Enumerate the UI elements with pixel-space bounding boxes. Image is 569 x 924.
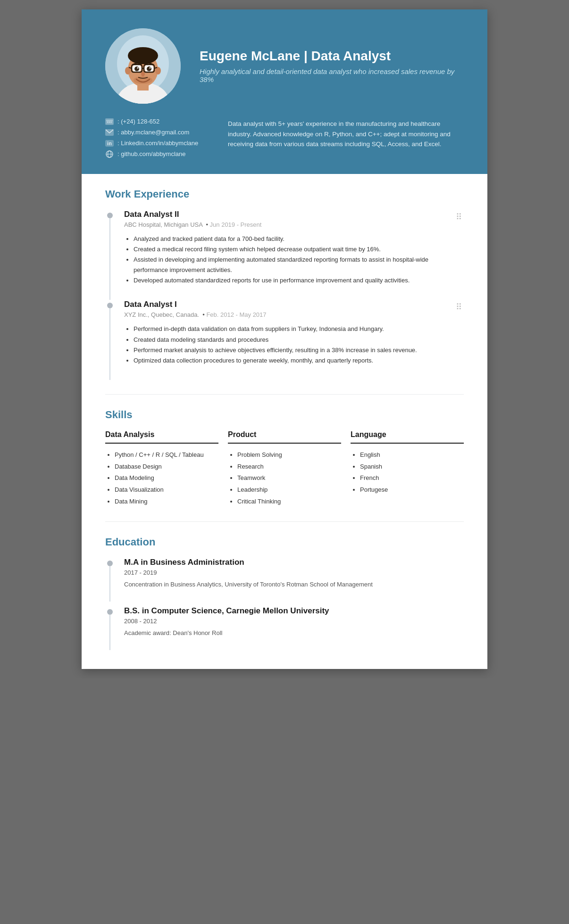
timeline-left-1: [105, 210, 115, 300]
list-item: Assisted in developing and implementing …: [134, 255, 464, 275]
drag-handle-1[interactable]: ⠿: [454, 210, 464, 224]
svg-point-7: [130, 51, 156, 64]
work-experience-title: Work Experience: [105, 188, 464, 200]
header-bottom: : (+24) 128-652 : abby.mclane@gmail.com …: [105, 118, 464, 157]
skills-section: Skills Data Analysis Python / C++ / R / …: [82, 395, 487, 521]
candidate-subtitle: Highly analytical and detail-oriented da…: [200, 67, 464, 83]
timeline-left-2: [105, 300, 115, 380]
edu-degree-1: M.A in Business Administration: [124, 558, 464, 567]
linkedin-icon: in: [105, 140, 114, 147]
edu-content-2: B.S. in Computer Science, Carnegie Mello…: [124, 606, 464, 650]
edu-degree-2: B.S. in Computer Science, Carnegie Mello…: [124, 606, 464, 616]
skill-list-2: Problem Solving Research Teamwork Leader…: [228, 449, 341, 507]
edu-desc-1: Concentration in Business Analytics, Uni…: [124, 580, 464, 590]
header-top: Eugene McLane | Data Analyst Highly anal…: [105, 28, 464, 104]
email-text: : abby.mclane@gmail.com: [117, 129, 189, 136]
contact-email: : abby.mclane@gmail.com: [105, 129, 209, 136]
skill-col-title-1: Data Analysis: [105, 430, 218, 444]
job2-title-group: Data Analyst I XYZ Inc., Quebec, Canada.…: [124, 300, 267, 324]
contact-phone: : (+24) 128-652: [105, 118, 209, 125]
job2-header: Data Analyst I XYZ Inc., Quebec, Canada.…: [124, 300, 464, 324]
list-item: Spanish: [360, 461, 464, 473]
timeline-item-job2: Data Analyst I XYZ Inc., Quebec, Canada.…: [105, 300, 464, 380]
contact-github: : github.com/abbymclane: [105, 150, 209, 157]
svg-rect-27: [109, 122, 110, 123]
skill-list-1: Python / C++ / R / SQL / Tableau Databas…: [105, 449, 218, 507]
svg-point-17: [134, 66, 139, 71]
list-item: Data Visualization: [115, 484, 218, 496]
list-item: Performed in-depth data validation on da…: [134, 324, 464, 334]
svg-point-19: [137, 67, 139, 69]
edu-timeline: M.A in Business Administration 2017 - 20…: [105, 558, 464, 655]
job2-content: Data Analyst I XYZ Inc., Quebec, Canada.…: [124, 300, 464, 380]
timeline-line-2: [109, 308, 110, 380]
list-item: Developed automated standardized reports…: [134, 275, 464, 286]
summary-text: Data analyst with 5+ years' experience i…: [228, 118, 464, 157]
phone-text: : (+24) 128-652: [117, 118, 159, 125]
job1-header: Data Analyst II ABC Hospital, Michigan U…: [124, 210, 464, 234]
github-text: : github.com/abbymclane: [117, 150, 186, 157]
list-item: Database Design: [115, 461, 218, 473]
education-title: Education: [105, 536, 464, 548]
email-icon: [105, 129, 114, 136]
timeline-line-1: [109, 218, 110, 300]
list-item: Portugese: [360, 484, 464, 496]
list-item: Optimized data collection procedures to …: [134, 355, 464, 366]
timeline-dot-2: [107, 303, 113, 308]
contact-info: : (+24) 128-652 : abby.mclane@gmail.com …: [105, 118, 209, 157]
edu-years-1: 2017 - 2019: [124, 569, 464, 576]
job1-bullets: Analyzed and tracked patient data for a …: [124, 234, 464, 286]
list-item: Python / C++ / R / SQL / Tableau: [115, 449, 218, 461]
drag-handle-2[interactable]: ⠿: [454, 300, 464, 314]
svg-point-21: [141, 72, 145, 76]
header-name-section: Eugene McLane | Data Analyst Highly anal…: [200, 49, 464, 83]
linkedin-text: : Linkedin.com/in/abbymclane: [117, 140, 198, 147]
timeline-item-job1: Data Analyst II ABC Hospital, Michigan U…: [105, 210, 464, 300]
job2-company: XYZ Inc., Quebec, Canada. • Feb. 2012 - …: [124, 311, 267, 318]
skill-list-3: English Spanish French Portugese: [351, 449, 464, 496]
job2-bullets: Performed in-depth data validation on da…: [124, 324, 464, 365]
job2-title: Data Analyst I: [124, 300, 267, 309]
globe-icon: [105, 151, 114, 157]
list-item: Analyzed and tracked patient data for a …: [134, 234, 464, 244]
contact-linkedin: in : Linkedin.com/in/abbymclane: [105, 140, 209, 147]
edu-item-2: B.S. in Computer Science, Carnegie Mello…: [105, 606, 464, 650]
skill-column-language: Language English Spanish French Portuges…: [351, 430, 464, 507]
timeline-dot-1: [107, 213, 113, 218]
skill-column-data-analysis: Data Analysis Python / C++ / R / SQL / T…: [105, 430, 218, 507]
edu-dot-2: [107, 609, 113, 615]
list-item: Data Modeling: [115, 472, 218, 484]
list-item: Teamwork: [237, 472, 341, 484]
list-item: French: [360, 472, 464, 484]
job1-title: Data Analyst II: [124, 210, 261, 219]
edu-left-2: [105, 606, 115, 650]
edu-line-1: [109, 566, 110, 602]
edu-desc-2: Academic award: Dean's Honor Roll: [124, 628, 464, 638]
skills-title: Skills: [105, 409, 464, 421]
job1-title-group: Data Analyst II ABC Hospital, Michigan U…: [124, 210, 261, 234]
list-item: English: [360, 449, 464, 461]
resume-container: Eugene McLane | Data Analyst Highly anal…: [82, 9, 487, 669]
list-item: Created a medical record filing system w…: [134, 244, 464, 255]
list-item: Performed market analysis to achieve obj…: [134, 345, 464, 355]
skill-col-title-2: Product: [228, 430, 341, 444]
edu-dot-1: [107, 561, 113, 566]
work-timeline: Data Analyst II ABC Hospital, Michigan U…: [105, 210, 464, 380]
education-section: Education M.A in Business Administration…: [82, 522, 487, 669]
phone-icon: [105, 118, 114, 125]
list-item: Data Mining: [115, 496, 218, 508]
list-item: Problem Solving: [237, 449, 341, 461]
work-experience-section: Work Experience Data Analyst II ABC Hosp…: [82, 174, 487, 394]
edu-item-1: M.A in Business Administration 2017 - 20…: [105, 558, 464, 602]
list-item: Critical Thinking: [237, 496, 341, 508]
candidate-name: Eugene McLane | Data Analyst: [200, 49, 464, 64]
svg-point-18: [147, 66, 151, 71]
avatar: [105, 28, 181, 104]
edu-years-2: 2008 - 2012: [124, 618, 464, 625]
skill-col-title-3: Language: [351, 430, 464, 444]
svg-rect-26: [107, 122, 109, 123]
list-item: Research: [237, 461, 341, 473]
list-item: Leadership: [237, 484, 341, 496]
edu-line-2: [109, 615, 110, 650]
job1-content: Data Analyst II ABC Hospital, Michigan U…: [124, 210, 464, 300]
